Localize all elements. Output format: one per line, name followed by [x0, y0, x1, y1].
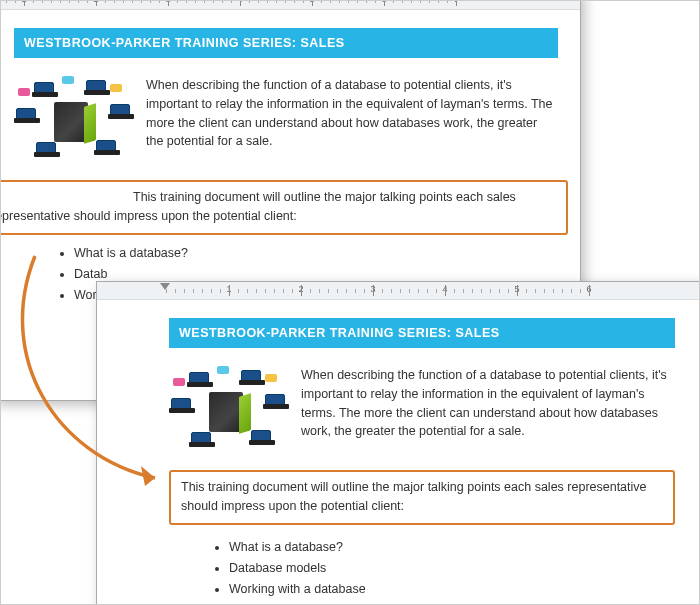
list-item: Working with a database — [229, 579, 675, 600]
callout-after: This training document will outline the … — [169, 470, 675, 525]
document-heading: WESTBROOK-PARKER TRAINING SERIES: SALES — [169, 318, 675, 348]
database-network-clipart — [14, 76, 132, 166]
intro-row: When describing the function of a databa… — [14, 76, 558, 166]
callout-text: This training document will outline the … — [181, 480, 647, 513]
document-after-panel: 123456 WESTBROOK-PARKER TRAINING SERIES:… — [96, 281, 700, 605]
document-heading: WESTBROOK-PARKER TRAINING SERIES: SALES — [14, 28, 558, 58]
intro-paragraph: When describing the function of a databa… — [301, 366, 675, 456]
bullet-list-front: What is a database?Database modelsWorkin… — [229, 537, 675, 601]
callout-before: This training document will outline the … — [0, 180, 568, 235]
list-item: Database models — [229, 558, 675, 579]
database-network-clipart — [169, 366, 287, 456]
intro-row: When describing the function of a databa… — [169, 366, 675, 456]
list-item: What is a database? — [74, 243, 558, 264]
ruler-top-front: 123456 — [97, 282, 700, 300]
ruler-top-back: 1234567 — [0, 0, 580, 10]
list-item: What is a database? — [229, 537, 675, 558]
callout-text: This training document will outline the … — [0, 190, 516, 223]
indent-marker-icon[interactable] — [160, 283, 170, 290]
page-back: WESTBROOK-PARKER TRAINING SERIES: SALES … — [0, 10, 580, 319]
intro-paragraph: When describing the function of a databa… — [146, 76, 558, 166]
page-front: WESTBROOK-PARKER TRAINING SERIES: SALES … — [97, 300, 700, 605]
